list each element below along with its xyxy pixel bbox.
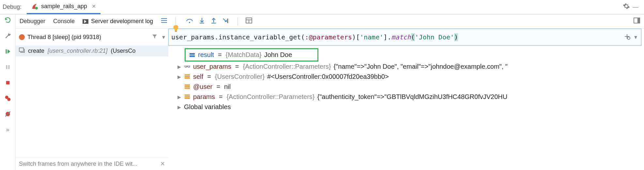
breakpoints-icon[interactable]	[4, 94, 12, 102]
thread-badge-icon	[19, 34, 25, 40]
var-value: #<UsersController:0x00007fd20ea39bb0>	[267, 73, 389, 80]
svg-point-0	[35, 7, 38, 9]
terminal-icon	[83, 19, 88, 24]
svg-point-27	[627, 37, 630, 39]
watch-icon: 👓	[184, 64, 191, 70]
var-row-self[interactable]: ▶ self = {UsersController} #<UsersContro…	[175, 72, 644, 82]
svg-rect-23	[19, 48, 23, 51]
svg-rect-22	[637, 18, 640, 23]
var-name: Global variables	[184, 103, 231, 111]
svg-rect-4	[6, 81, 9, 85]
object-icon	[184, 93, 191, 101]
run-config-tab[interactable]: sample_rails_app ✕	[27, 0, 100, 14]
step-into-icon[interactable]	[199, 17, 205, 25]
var-value: nil	[224, 83, 231, 91]
rails-icon	[31, 3, 38, 10]
more-icon[interactable]: »	[4, 126, 12, 134]
thread-dropdown-icon[interactable]: ▾	[162, 34, 165, 41]
step-over-icon[interactable]	[186, 17, 193, 25]
var-value: John Doe	[264, 51, 292, 59]
close-tip-icon[interactable]: ✕	[160, 160, 165, 167]
bulb-icon[interactable]	[173, 25, 179, 34]
frames-panel: Thread 8 [sleep] (pid 99318) ▾ create [u…	[16, 29, 168, 170]
object-icon	[184, 73, 191, 80]
var-value: {"name"=>"John Doe", "email"=>"johndoe@e…	[334, 63, 508, 70]
svg-point-6	[7, 98, 10, 101]
thread-label[interactable]: Thread 8 [sleep] (pid 99318)	[27, 34, 147, 41]
rerun-icon[interactable]	[4, 16, 12, 24]
variables-panel: user_params.instance_variable_get(:@para…	[168, 29, 644, 170]
mute-breakpoints-icon[interactable]	[4, 110, 12, 118]
svg-rect-1	[6, 49, 7, 53]
stack-frame-selected[interactable]: create [users_controller.rb:21] (UsersCo	[16, 46, 168, 56]
run-config-label: sample_rails_app	[41, 3, 87, 10]
var-name: @user	[193, 83, 212, 91]
step-out-icon[interactable]	[211, 17, 217, 25]
expression-text: user_params.instance_variable_get(:@para…	[169, 33, 620, 41]
var-row-params[interactable]: ▶ params = {ActionController::Parameters…	[175, 92, 644, 102]
frames-icon	[19, 48, 25, 54]
console-tab[interactable]: Console	[53, 18, 75, 25]
var-name: params	[193, 93, 215, 101]
chevron-right-icon[interactable]: ▶	[177, 74, 181, 79]
debug-gutter: »	[0, 14, 16, 170]
var-class: {MatchData}	[226, 51, 262, 59]
server-log-tab[interactable]: Server development log	[83, 18, 153, 25]
layout-icon[interactable]	[161, 18, 167, 25]
svg-rect-24	[175, 31, 177, 32]
svg-rect-2	[6, 65, 7, 69]
history-dropdown-icon[interactable]: ▾	[634, 34, 637, 41]
add-watch-icon[interactable]	[624, 33, 630, 41]
frame-method: create	[28, 48, 44, 54]
layout-right-icon[interactable]	[634, 18, 640, 25]
var-name: result	[198, 51, 214, 59]
table-icon	[189, 51, 195, 59]
filter-icon[interactable]	[150, 34, 160, 41]
close-tab-icon[interactable]: ✕	[92, 3, 96, 9]
var-row-user-params[interactable]: ▶ 👓 user_params = {ActionController::Par…	[175, 62, 644, 72]
svg-rect-3	[8, 65, 9, 69]
minimize-icon[interactable]: —	[631, 4, 640, 10]
svg-point-12	[189, 22, 190, 23]
frame-rest: (UsersCo	[111, 48, 135, 54]
gear-icon[interactable]	[622, 3, 631, 11]
debug-title: Debug:	[3, 4, 22, 10]
debugger-tab[interactable]: Debugger	[20, 18, 45, 25]
var-class: {UsersController}	[215, 73, 265, 80]
evaluate-expression-input[interactable]: user_params.instance_variable_get(:@para…	[168, 29, 641, 46]
run-to-cursor-icon[interactable]	[222, 17, 230, 25]
frame-location: [users_controller.rb:21]	[48, 48, 107, 54]
evaluate-grid-icon[interactable]	[246, 18, 252, 25]
tip-text: Switch frames from anywhere in the IDE w…	[19, 161, 157, 167]
resume-icon[interactable]	[4, 48, 12, 55]
server-log-label: Server development log	[91, 18, 153, 25]
debug-sub-toolbar: Debugger Console Server development log	[16, 14, 644, 29]
stop-icon[interactable]	[4, 79, 12, 87]
wrench-icon[interactable]	[4, 32, 12, 40]
var-class: {ActionController::Parameters}	[226, 93, 314, 101]
var-name: user_params	[193, 63, 231, 70]
result-row[interactable]: result = {MatchData} John Doe	[185, 48, 318, 62]
pause-icon[interactable]	[4, 63, 12, 71]
object-icon	[184, 83, 191, 91]
chevron-right-icon[interactable]: ▶	[177, 105, 181, 110]
tip-banner: Switch frames from anywhere in the IDE w…	[16, 157, 168, 170]
chevron-right-icon[interactable]: ▶	[177, 64, 181, 69]
chevron-right-icon[interactable]: ▶	[177, 94, 181, 100]
var-value: {"authenticity_token"=>"GBTlBVqldMGzihU3…	[317, 93, 508, 101]
debug-header: Debug: sample_rails_app ✕ —	[0, 0, 644, 14]
var-row-at-user[interactable]: @user = nil	[175, 82, 644, 92]
var-row-globals[interactable]: ▶ Global variables	[175, 102, 644, 112]
var-class: {ActionController::Parameters}	[243, 63, 331, 70]
var-name: self	[193, 73, 203, 80]
